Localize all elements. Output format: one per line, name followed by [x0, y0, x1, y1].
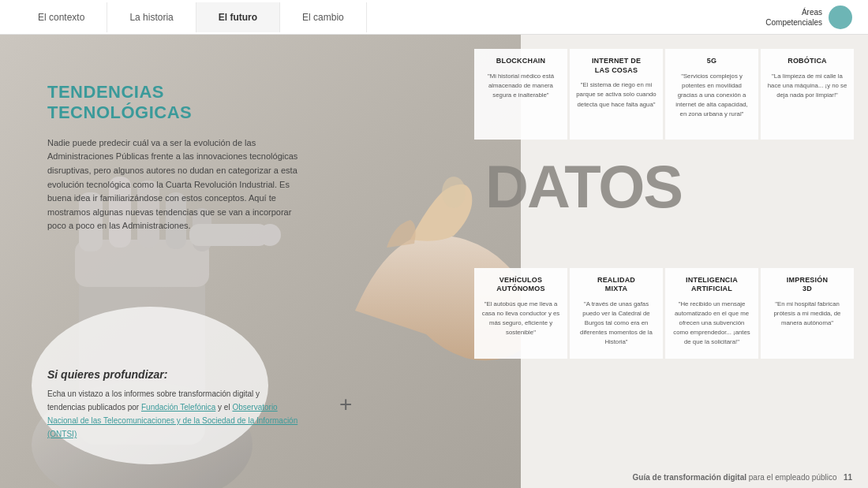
card-ia-title: INTELIGENCIAARTIFICIAL	[672, 276, 752, 294]
card-blockchain: BLOCKCHAIN "Mi historial médico está alm…	[474, 49, 567, 140]
card-3d-quote: "En mi hospital fabrican prótesis a mi m…	[767, 300, 847, 328]
card-vehiculos-quote: "El autobús que me lleva a casa no lleva…	[481, 300, 561, 337]
footer: Guía de transformación digital para el e…	[0, 473, 868, 482]
tab-futuro[interactable]: El futuro	[196, 2, 280, 32]
tendencias-body: Nadie puede predecir cuál va a ser la ev…	[47, 136, 300, 233]
card-vehiculos-title: VEHÍCULOSAUTÓNOMOS	[481, 276, 561, 294]
card-realidad-title: REALIDADMIXTA	[576, 276, 657, 294]
card-internet-cosas: INTERNET DELAS COSAS "El sistema de rieg…	[570, 49, 663, 140]
tab-historia[interactable]: La historia	[107, 2, 196, 32]
tab-cambio[interactable]: El cambio	[280, 2, 367, 32]
card-vehiculos: VEHÍCULOSAUTÓNOMOS "El autobús que me ll…	[474, 268, 567, 359]
card-ia-quote: "He recibido un mensaje automatizado en …	[672, 300, 752, 347]
profundizar-title: Si quieres profundizar:	[47, 368, 300, 381]
card-5g-quote: "Servicios complejos y potentes en movil…	[672, 72, 752, 119]
areas-label: ÁreasCompetenciales	[765, 7, 822, 28]
top-nav: El contexto La historia El futuro El cam…	[0, 0, 868, 35]
card-robotica: ROBÓTICA "La limpieza de mi calle la hac…	[761, 49, 854, 140]
card-5g: 5G "Servicios complejos y potentes en mo…	[665, 49, 758, 140]
left-panel: TENDENCIAS TECNOLÓGICAS Nadie puede pred…	[47, 82, 331, 233]
card-realidad-mixta: REALIDADMIXTA "A través de unas gafas pu…	[570, 268, 663, 359]
areas-competenciales[interactable]: ÁreasCompetenciales	[765, 6, 852, 29]
nav-tabs: El contexto La historia El futuro El cam…	[16, 2, 367, 32]
tab-contexto[interactable]: El contexto	[16, 2, 107, 32]
card-robotica-title: ROBÓTICA	[767, 57, 847, 66]
main-content: TENDENCIAS TECNOLÓGICAS Nadie puede pred…	[0, 35, 868, 488]
card-internet-title: INTERNET DELAS COSAS	[576, 57, 657, 75]
card-impresion-3d: IMPRESIÓN3D "En mi hospital fabrican pró…	[761, 268, 854, 359]
card-internet-quote: "El sistema de riego en mi parque se act…	[576, 80, 657, 109]
card-5g-title: 5G	[672, 57, 752, 66]
areas-circle	[829, 6, 852, 29]
card-blockchain-title: BLOCKCHAIN	[481, 57, 561, 66]
card-robotica-quote: "La limpieza de mi calle la hace una máq…	[767, 72, 847, 100]
footer-text: Guía de transformación digital para el e…	[633, 473, 852, 482]
card-ia: INTELIGENCIAARTIFICIAL "He recibido un m…	[665, 268, 758, 359]
profundizar-text: Echa un vistazo a los informes sobre tra…	[47, 387, 300, 441]
card-blockchain-quote: "Mi historial médico está almacenado de …	[481, 72, 561, 100]
top-cards-row: BLOCKCHAIN "Mi historial médico está alm…	[474, 49, 854, 140]
profundizar-section: Si quieres profundizar: Echa un vistazo …	[47, 368, 300, 441]
card-realidad-quote: "A través de unas gafas puedo ver la Cat…	[576, 300, 657, 347]
fundacion-link[interactable]: Fundación Telefónica	[141, 403, 215, 412]
bottom-cards-row: VEHÍCULOSAUTÓNOMOS "El autobús que me ll…	[474, 268, 854, 359]
plus-icon[interactable]: +	[339, 392, 352, 417]
svg-point-11	[442, 177, 466, 208]
card-3d-title: IMPRESIÓN3D	[767, 276, 847, 294]
tendencias-title: TENDENCIAS TECNOLÓGICAS	[47, 82, 331, 124]
